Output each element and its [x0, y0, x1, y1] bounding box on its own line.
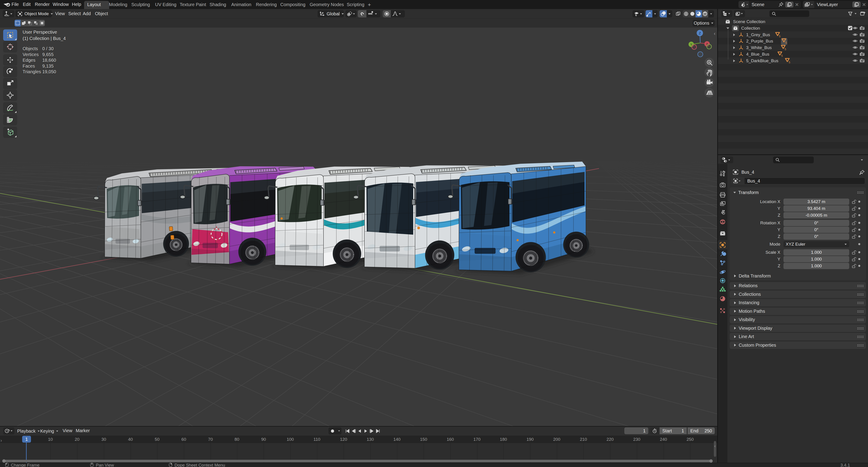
svg-text:5: 5 — [779, 35, 780, 38]
svg-text:5: 5 — [781, 54, 783, 57]
svg-text:5: 5 — [789, 61, 790, 64]
svg-text:5: 5 — [784, 48, 786, 51]
svg-text:Z: Z — [699, 31, 701, 35]
svg-text:5: 5 — [785, 41, 787, 44]
